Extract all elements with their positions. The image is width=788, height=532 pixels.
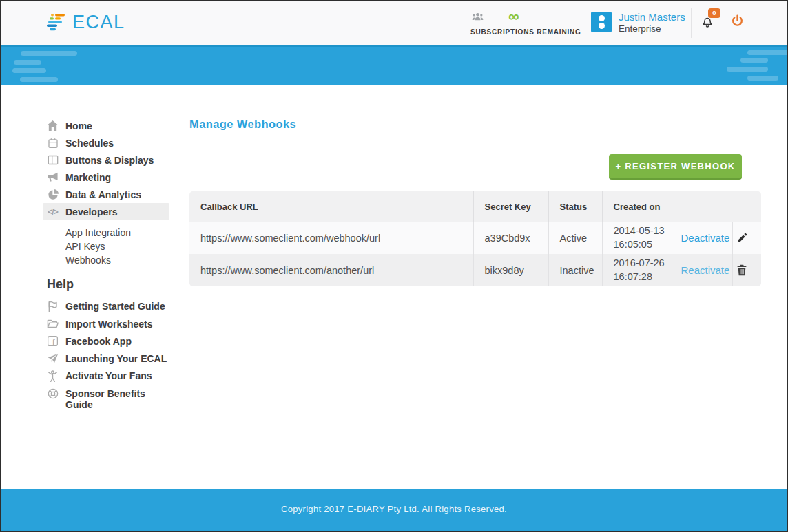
rocket-icon [47,353,59,363]
sidebar-item-label: Marketing [65,172,111,183]
sidebar-item-home[interactable]: Home [43,117,169,134]
col-header-created-on: Created on [602,191,670,222]
help-section-title: Help [43,277,169,292]
delete-button[interactable] [733,264,762,276]
home-icon [47,120,59,131]
cell-row-icon [732,222,761,254]
subscriptions-label: SUBSCRIPTIONS REMAINING [470,28,581,36]
help-item-label: Facebook App [65,336,132,347]
created-time: 16:05:05 [614,238,670,251]
help-item-import-worksheets[interactable]: Import Worksheets [43,319,169,330]
logo-wordmark: ECAL [72,12,125,33]
sidebar-item-data-analytics[interactable]: Data & Analytics [43,186,169,203]
notification-count-badge: 0 [708,8,720,18]
hero-banner [0,45,788,85]
cell-action: Reactivate [670,254,732,286]
avatar [591,12,612,32]
cell-created-on: 2016-07-26 16:07:28 [602,254,670,286]
sidebar-item-marketing[interactable]: Marketing [43,169,169,186]
fans-icon [47,370,59,382]
developers-subnav: App Integration API Keys Webhooks [43,226,169,267]
created-date: 2014-05-13 [614,224,670,237]
cell-status: Inactive [548,254,602,286]
cell-row-icon [732,254,761,286]
created-time: 16:07:28 [614,270,670,284]
sidebar-item-label: Developers [65,206,117,217]
help-item-launching-ecal[interactable]: Launching Your ECAL [43,353,169,364]
sidebar-item-label: Data & Analytics [65,189,141,200]
header-divider [691,8,692,38]
table-row: https://www.someclient.com/webhook/url a… [189,222,761,254]
banner-skeleton-bar [21,51,77,56]
notifications-button[interactable]: 0 [700,14,715,32]
sidebar-item-developers[interactable]: </> Developers [43,203,169,220]
cell-action: Deactivate [670,222,732,254]
ecal-logo[interactable]: ECAL [47,12,125,33]
top-header: ECAL ∞ SUBSCRIPTIONS REMAINING Justin Ma… [0,0,788,45]
table-row: https://www.someclient.com/another/url b… [189,254,761,286]
cell-created-on: 2014-05-13 16:05:05 [602,222,670,254]
sidebar-item-buttons-displays[interactable]: Buttons & Displays [43,151,169,169]
help-item-facebook-app[interactable]: f Facebook App [43,336,169,347]
code-icon: </> [47,207,59,217]
megaphone-icon [47,172,59,182]
users-group-icon [472,11,484,22]
table-header-row: Callback URL Secret Key Status Created o… [189,191,761,222]
sidebar-item-label: Schedules [65,138,114,149]
infinity-icon: ∞ [508,10,519,23]
subscriptions-remaining: ∞ SUBSCRIPTIONS REMAINING [470,9,581,36]
banner-skeleton-bar [747,76,778,81]
help-item-label: Import Worksheets [65,319,153,330]
sidebar-nav: Home Schedules Buttons & Displays Market… [43,117,169,416]
webhooks-table: Callback URL Secret Key Status Created o… [189,191,761,286]
pie-chart-icon [47,189,59,200]
facebook-icon: f [47,336,59,346]
user-menu[interactable]: Justin Masters Enterprise [591,12,685,34]
help-item-getting-started[interactable]: Getting Started Guide [43,301,169,312]
help-item-sponsor-benefits[interactable]: Sponsor Benefits Guide [43,388,169,410]
reactivate-link[interactable]: Reactivate [681,264,730,276]
copyright-text: Copyright 2017 E-DIARY Pty Ltd. All Righ… [281,504,507,514]
banner-skeleton-bar [20,77,58,82]
footer: Copyright 2017 E-DIARY Pty Ltd. All Righ… [0,489,788,532]
col-header-status: Status [548,191,602,222]
deactivate-link[interactable]: Deactivate [681,232,730,244]
banner-skeleton-bar [740,85,763,85]
register-webhook-button[interactable]: + REGISTER WEBHOOK [609,154,742,180]
folder-icon [47,319,59,329]
ecal-logo-icon [47,13,66,32]
logout-button[interactable] [730,14,745,31]
col-header-callback-url: Callback URL [189,191,473,222]
col-header-icons [732,191,761,222]
sidebar-subitem-webhooks[interactable]: Webhooks [43,253,169,267]
sidebar-item-schedules[interactable]: Schedules [43,134,169,151]
help-item-activate-fans[interactable]: Activate Your Fans [43,370,169,382]
banner-skeleton-bar [12,68,46,73]
cell-callback-url: https://www.someclient.com/webhook/url [189,222,473,254]
user-name: Justin Masters [619,12,685,23]
created-date: 2016-07-26 [614,257,670,270]
trash-icon [736,264,747,276]
cell-status: Active [548,222,602,254]
col-header-secret-key: Secret Key [473,191,548,222]
banner-skeleton-bar [727,67,768,72]
sidebar-item-label: Home [65,120,92,131]
header-divider [579,8,579,38]
help-item-label: Getting Started Guide [65,301,165,312]
svg-text:f: f [52,338,55,346]
sidebar-subitem-app-integration[interactable]: App Integration [43,226,169,240]
pencil-icon [736,232,748,244]
edit-button[interactable] [733,232,762,244]
calendar-icon [47,138,59,149]
user-plan: Enterprise [619,23,685,34]
help-item-label: Launching Your ECAL [65,353,167,364]
banner-skeleton-bar [740,58,768,63]
help-item-label: Activate Your Fans [65,370,152,381]
sidebar-subitem-api-keys[interactable]: API Keys [43,240,169,253]
flag-icon [47,301,59,312]
power-icon [730,14,745,28]
buttons-displays-icon [47,155,59,165]
cell-callback-url: https://www.someclient.com/another/url [189,254,473,286]
page-title: Manage Webhooks [189,118,296,131]
sidebar-item-label: Buttons & Displays [65,155,154,166]
